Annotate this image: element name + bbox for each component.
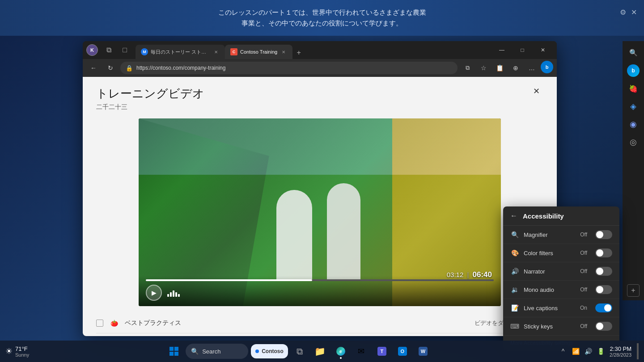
teams-icon: T xyxy=(377,346,387,357)
weather-widget[interactable]: ☀ 71°F Sunny xyxy=(5,345,29,358)
color-filters-icon: 🎨 xyxy=(510,248,519,257)
volume-bar-4 xyxy=(175,292,177,297)
narrator-row: 🔊 Narrator Off xyxy=(503,262,619,281)
live-captions-icon: 📝 xyxy=(510,303,519,312)
extension2-icon: ◉ xyxy=(630,119,637,129)
contoso-badge[interactable]: Contoso xyxy=(251,344,288,358)
weather-icon: ☀ xyxy=(5,346,13,356)
sidebar-bing-button[interactable]: b xyxy=(625,63,641,79)
edge-sidebar: 🔍 b 🍓 ◈ ◉ ◎ + xyxy=(623,41,644,300)
mono-audio-status: Off xyxy=(580,286,587,293)
start-button[interactable] xyxy=(165,342,183,360)
tab1-close-icon[interactable]: ✕ xyxy=(212,48,220,55)
minimize-button[interactable]: — xyxy=(491,43,512,57)
sticky-keys-toggle[interactable] xyxy=(595,322,612,331)
mono-audio-toggle-knob xyxy=(596,286,603,293)
window-controls: — □ ✕ xyxy=(491,43,553,57)
clock[interactable]: 2:30 PM 2/28/2023 xyxy=(608,345,633,358)
panel-back-button[interactable]: ← xyxy=(510,212,517,220)
bing-copilot-button[interactable]: b xyxy=(541,61,553,73)
windows-logo-icon xyxy=(169,346,179,357)
extensions-button[interactable]: ⊕ xyxy=(508,61,523,75)
magnifier-toggle[interactable] xyxy=(595,230,612,239)
word-icon: W xyxy=(418,346,428,357)
panel-header: ← Accessibility xyxy=(503,206,619,226)
mono-audio-row: 🔉 Mono audio Off xyxy=(503,281,619,299)
battery-icon[interactable]: 🔋 xyxy=(595,346,606,357)
address-bar[interactable]: 🔒 https://contoso.com/company-training xyxy=(120,62,458,74)
content-close-button[interactable]: ✕ xyxy=(529,84,543,98)
sticky-keys-toggle-knob xyxy=(596,323,603,330)
live-captions-toggle-knob xyxy=(604,304,611,311)
notification-text: このレッスンのパート１では、世界中で行われているさまざまな農業 事業と、その中で… xyxy=(218,7,426,29)
sidebar-ext2-button[interactable]: ◉ xyxy=(625,116,641,132)
new-tab-button[interactable]: + xyxy=(292,46,305,59)
taskbar-search[interactable]: 🔍 Search xyxy=(186,344,248,359)
mail-button[interactable]: ✉ xyxy=(352,342,370,360)
playlist-checkbox-1[interactable] xyxy=(96,320,103,327)
svg-rect-1 xyxy=(174,347,178,351)
video-progress-bar[interactable] xyxy=(146,279,494,281)
tab-nav-icon2[interactable]: □ xyxy=(118,43,132,57)
task-view-button[interactable]: ⧉ xyxy=(291,342,309,360)
notification-settings-icon[interactable]: ⚙ xyxy=(620,8,626,17)
mail-icon: ✉ xyxy=(356,346,367,357)
narrator-toggle-knob xyxy=(596,268,603,275)
playlist-icon-1: 🍅 xyxy=(109,318,119,328)
color-filters-toggle[interactable] xyxy=(595,248,612,257)
taskbar: ☀ 71°F Sunny xyxy=(0,341,644,362)
panel-title: Accessibility xyxy=(523,212,564,220)
weather-temp: 71°F xyxy=(15,345,29,352)
more-button[interactable]: … xyxy=(525,61,539,75)
color-filters-row: 🎨 Color filters Off xyxy=(503,244,619,262)
show-desktop-button[interactable] xyxy=(637,343,639,359)
nav-actions: ⧉ ☆ 📋 ⊕ … b xyxy=(460,61,553,75)
browser-titlebar: K ⧉ □ M 毎日のストーリー ストリーム ✕ C Cont xyxy=(83,41,557,59)
edge-browser-button[interactable]: e xyxy=(332,342,350,360)
sidebar-favorites-button[interactable]: 🍓 xyxy=(625,80,641,97)
sidebar-ext3-button[interactable]: ◎ xyxy=(625,134,641,150)
outlook-button[interactable]: O xyxy=(394,342,411,360)
split-screen-button[interactable]: ⧉ xyxy=(460,61,475,75)
back-button[interactable]: ← xyxy=(86,61,101,75)
browser-window: K ⧉ □ M 毎日のストーリー ストリーム ✕ C Cont xyxy=(83,41,557,336)
volume-bar-1 xyxy=(167,294,169,297)
tab-nav-icon1[interactable]: ⧉ xyxy=(102,43,116,57)
collections-button[interactable]: 📋 xyxy=(492,61,507,75)
playlist-item-1: 🍅 ベストプラクティス ビデオをダウンロード ✕ xyxy=(96,313,543,333)
volume-bar-5 xyxy=(178,294,180,297)
file-explorer-button[interactable]: 📁 xyxy=(311,342,329,360)
refresh-button[interactable]: ↻ xyxy=(103,61,118,75)
tab-2[interactable]: C Contoso Training ✕ xyxy=(225,45,292,59)
teams-button[interactable]: T xyxy=(373,342,391,360)
avatar[interactable]: K xyxy=(86,44,98,56)
mono-audio-toggle[interactable] xyxy=(595,285,612,294)
playlist-label-1: ベストプラクティス xyxy=(125,319,469,327)
sound-icon[interactable]: 🔊 xyxy=(583,346,593,357)
close-button[interactable]: ✕ xyxy=(533,43,553,57)
tray-chevron[interactable]: ^ xyxy=(558,346,568,357)
magnifier-status: Off xyxy=(580,232,587,238)
word-button[interactable]: W xyxy=(414,342,432,360)
sidebar-add-button[interactable]: + xyxy=(627,284,640,297)
video-controls: ▶ xyxy=(139,276,501,306)
sidebar-search-button[interactable]: 🔍 xyxy=(625,45,641,61)
mono-audio-icon: 🔉 xyxy=(510,285,519,294)
tab2-close-icon[interactable]: ✕ xyxy=(280,48,287,55)
person1-visual xyxy=(276,190,312,279)
sticky-keys-row: ⌨ Sticky keys Off xyxy=(503,317,619,336)
browser-navbar: ← ↻ 🔒 https://contoso.com/company-traini… xyxy=(83,59,557,77)
favorites-button[interactable]: ☆ xyxy=(476,61,491,75)
maximize-button[interactable]: □ xyxy=(512,43,533,57)
notification-close-icon[interactable]: ✕ xyxy=(631,8,637,17)
play-button[interactable]: ▶ xyxy=(146,285,162,301)
color-filters-toggle-knob xyxy=(596,249,603,257)
sidebar-ext1-button[interactable]: ◈ xyxy=(625,98,641,114)
svg-rect-3 xyxy=(174,352,178,356)
narrator-toggle[interactable] xyxy=(595,267,612,276)
live-captions-toggle[interactable] xyxy=(595,303,612,312)
network-icon[interactable]: 📶 xyxy=(570,346,581,357)
desktop: このレッスンのパート１では、世界中で行われているさまざまな農業 事業と、その中で… xyxy=(0,0,644,362)
tab-1[interactable]: M 毎日のストーリー ストリーム ✕ xyxy=(136,45,225,59)
search-icon: 🔍 xyxy=(629,49,638,57)
